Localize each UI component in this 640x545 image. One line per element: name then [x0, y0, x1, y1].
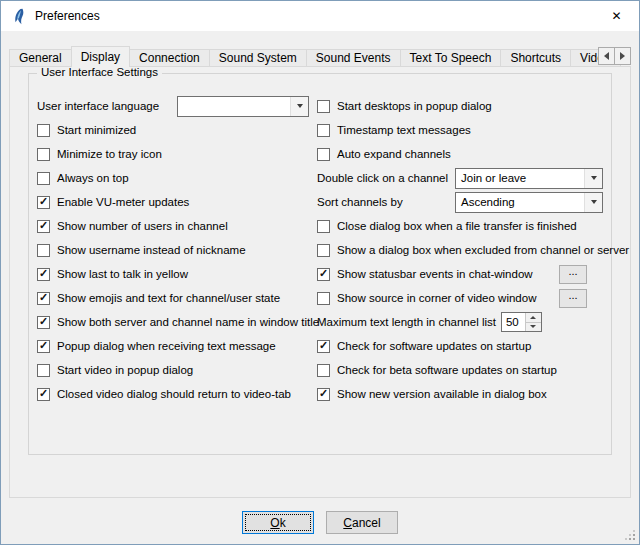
- checkbox-box[interactable]: [37, 388, 50, 401]
- checkbox-box[interactable]: [37, 268, 50, 281]
- checkbox-box[interactable]: [317, 244, 330, 257]
- tab-text-to-speech[interactable]: Text To Speech: [400, 49, 502, 67]
- spin-up-button[interactable]: [526, 313, 541, 322]
- row-closed-video-dialog-should-return-to-video-tab: Closed video dialog should return to vid…: [37, 382, 317, 406]
- combobox-user-interface-language[interactable]: [177, 96, 309, 117]
- row-minimize-to-tray-icon: Minimize to tray icon: [37, 142, 317, 166]
- checkbox-label: Enable VU-meter updates: [57, 196, 189, 208]
- checkbox-show-statusbar-events-in-chat-window[interactable]: Show statusbar events in chat-window: [317, 268, 533, 281]
- checkbox-close-dialog-box-when-a-file-transfer-is-finished[interactable]: Close dialog box when a file transfer is…: [317, 220, 577, 233]
- tab-display[interactable]: Display: [71, 46, 130, 67]
- combobox-value: [178, 97, 290, 116]
- more-button-show-source-in-corner-of-video-window[interactable]: ...: [559, 289, 587, 308]
- checkbox-box[interactable]: [317, 268, 330, 281]
- checkbox-show-last-to-talk-in-yellow[interactable]: Show last to talk in yellow: [37, 268, 188, 281]
- combobox-double-click-on-a-channel[interactable]: Join or leave: [455, 168, 603, 189]
- row-show-username-instead-of-nickname: Show username instead of nickname: [37, 238, 317, 262]
- checkbox-label: Check for beta software updates on start…: [337, 364, 557, 376]
- checkbox-show-new-version-available-in-dialog-box[interactable]: Show new version available in dialog box: [317, 388, 547, 401]
- row-maximum-text-length-in-channel-list: Maximum text length in channel list50: [317, 310, 603, 334]
- tab-scroll-right-button[interactable]: [614, 47, 631, 65]
- checkbox-box[interactable]: [37, 220, 50, 233]
- checkbox-box[interactable]: [317, 388, 330, 401]
- row-double-click-on-a-channel: Double click on a channelJoin or leave: [317, 166, 603, 190]
- more-button-show-statusbar-events-in-chat-window[interactable]: ...: [559, 265, 587, 284]
- checkbox-box[interactable]: [317, 220, 330, 233]
- tab-sound-events[interactable]: Sound Events: [306, 49, 401, 67]
- chevron-down-icon: [584, 193, 602, 212]
- checkbox-box[interactable]: [37, 340, 50, 353]
- checkbox-box[interactable]: [37, 172, 50, 185]
- checkbox-auto-expand-channels[interactable]: Auto expand channels: [317, 148, 451, 161]
- checkbox-show-number-of-users-in-channel[interactable]: Show number of users in channel: [37, 220, 228, 233]
- checkbox-box[interactable]: [37, 292, 50, 305]
- checkbox-box[interactable]: [37, 196, 50, 209]
- checkbox-minimize-to-tray-icon[interactable]: Minimize to tray icon: [37, 148, 162, 161]
- tab-shortcuts[interactable]: Shortcuts: [500, 49, 571, 67]
- checkbox-show-a-dialog-box-when-excluded-from-channel-or-server[interactable]: Show a dialog box when excluded from cha…: [317, 244, 629, 257]
- checkbox-start-desktops-in-popup-dialog[interactable]: Start desktops in popup dialog: [317, 100, 492, 113]
- tab-scrollers: [599, 47, 631, 65]
- checkbox-box[interactable]: [317, 364, 330, 377]
- checkbox-show-source-in-corner-of-video-window[interactable]: Show source in corner of video window: [317, 292, 536, 305]
- chevron-down-icon: [584, 169, 602, 188]
- checkbox-box[interactable]: [317, 100, 330, 113]
- checkbox-box[interactable]: [37, 244, 50, 257]
- tab-connection[interactable]: Connection: [129, 49, 210, 67]
- ok-button[interactable]: Ok: [242, 511, 314, 534]
- checkbox-label: Start desktops in popup dialog: [337, 100, 492, 112]
- close-button[interactable]: ✕: [594, 1, 639, 31]
- row-auto-expand-channels: Auto expand channels: [317, 142, 603, 166]
- window-title: Preferences: [35, 9, 100, 23]
- checkbox-show-both-server-and-channel-name-in-window-title[interactable]: Show both server and channel name in win…: [37, 316, 319, 329]
- checkbox-popup-dialog-when-receiving-text-message[interactable]: Popup dialog when receiving text message: [37, 340, 276, 353]
- checkbox-label: Always on top: [57, 172, 129, 184]
- tab-strip: GeneralDisplayConnectionSound SystemSoun…: [9, 45, 631, 67]
- checkbox-enable-vu-meter-updates[interactable]: Enable VU-meter updates: [37, 196, 189, 209]
- checkbox-box[interactable]: [317, 292, 330, 305]
- resize-grip[interactable]: [624, 529, 635, 540]
- row-popup-dialog-when-receiving-text-message: Popup dialog when receiving text message: [37, 334, 317, 358]
- chevron-down-icon: [290, 97, 308, 116]
- combobox-sort-channels-by[interactable]: Ascending: [455, 192, 603, 213]
- checkbox-box[interactable]: [37, 124, 50, 137]
- checkbox-box[interactable]: [37, 148, 50, 161]
- checkbox-label: Popup dialog when receiving text message: [57, 340, 276, 352]
- tab-scroll-left-button[interactable]: [598, 47, 615, 65]
- checkbox-show-emojis-and-text-for-channel-user-state[interactable]: Show emojis and text for channel/user st…: [37, 292, 280, 305]
- checkbox-always-on-top[interactable]: Always on top: [37, 172, 129, 185]
- checkbox-box[interactable]: [317, 340, 330, 353]
- checkbox-label: Show number of users in channel: [57, 220, 228, 232]
- checkbox-label: Closed video dialog should return to vid…: [57, 388, 291, 400]
- checkbox-label: Start minimized: [57, 124, 136, 136]
- checkbox-check-for-software-updates-on-startup[interactable]: Check for software updates on startup: [317, 340, 531, 353]
- label-maximum-text-length-in-channel-list: Maximum text length in channel list: [317, 316, 496, 328]
- label-user-interface-language: User interface language: [37, 100, 159, 112]
- settings-columns: User interface languageStart minimizedMi…: [29, 74, 611, 406]
- tab-sound-system[interactable]: Sound System: [209, 49, 307, 67]
- row-show-number-of-users-in-channel: Show number of users in channel: [37, 214, 317, 238]
- ok-button-label: Ok: [270, 516, 285, 530]
- tab-general[interactable]: General: [9, 49, 72, 67]
- titlebar[interactable]: Preferences ✕: [1, 1, 639, 31]
- row-show-source-in-corner-of-video-window: Show source in corner of video window...: [317, 286, 603, 310]
- row-check-for-software-updates-on-startup: Check for software updates on startup: [317, 334, 603, 358]
- chevron-right-icon: [620, 52, 625, 60]
- dialog-button-row: Ok Cancel: [1, 511, 639, 534]
- checkbox-check-for-beta-software-updates-on-startup[interactable]: Check for beta software updates on start…: [317, 364, 557, 377]
- checkbox-start-video-in-popup-dialog[interactable]: Start video in popup dialog: [37, 364, 193, 377]
- spin-arrows: [525, 313, 541, 331]
- checkbox-box[interactable]: [37, 316, 50, 329]
- checkbox-timestamp-text-messages[interactable]: Timestamp text messages: [317, 124, 471, 137]
- spinbox-maximum-text-length-in-channel-list[interactable]: 50: [501, 312, 542, 332]
- checkbox-box[interactable]: [37, 364, 50, 377]
- checkbox-box[interactable]: [317, 148, 330, 161]
- checkbox-closed-video-dialog-should-return-to-video-tab[interactable]: Closed video dialog should return to vid…: [37, 388, 291, 401]
- checkbox-show-username-instead-of-nickname[interactable]: Show username instead of nickname: [37, 244, 246, 257]
- row-enable-vu-meter-updates: Enable VU-meter updates: [37, 190, 317, 214]
- checkbox-box[interactable]: [317, 124, 330, 137]
- cancel-button[interactable]: Cancel: [326, 511, 398, 534]
- checkbox-start-minimized[interactable]: Start minimized: [37, 124, 136, 137]
- spin-down-button[interactable]: [526, 322, 541, 332]
- row-user-interface-language: User interface language: [37, 94, 317, 118]
